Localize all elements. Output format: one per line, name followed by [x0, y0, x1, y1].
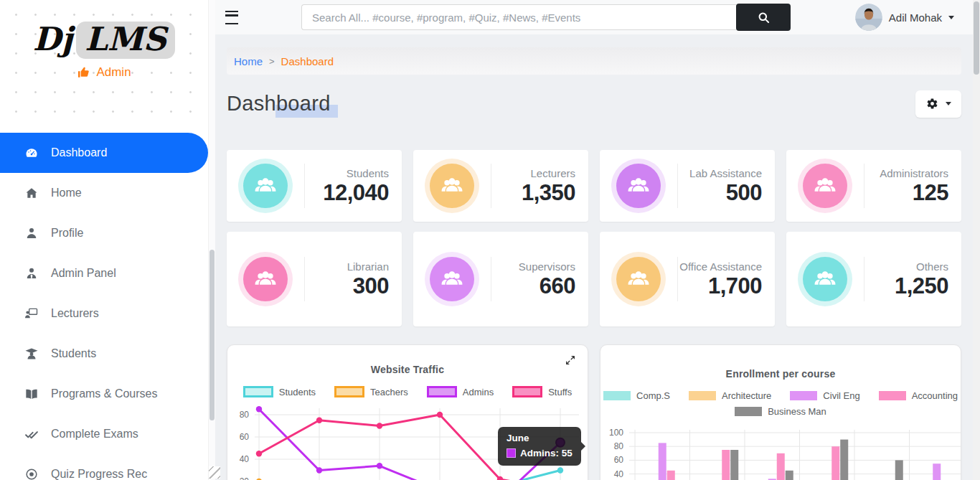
legend-item-civil-eng[interactable]: Civil Eng: [790, 390, 859, 401]
users-icon: [616, 257, 661, 301]
stat-icon-halo: [425, 159, 479, 213]
user-menu[interactable]: Adil Mohak: [855, 4, 954, 31]
stat-icon-halo: [798, 159, 852, 213]
users-icon: [243, 257, 288, 301]
legend-swatch: [689, 391, 716, 400]
users-icon: [430, 257, 474, 301]
legend-item-teachers[interactable]: Teachers: [334, 386, 408, 397]
book-open-icon: [24, 387, 39, 401]
logo-highlight: LMS: [76, 22, 175, 59]
legend-label: Students: [279, 387, 316, 397]
legend-label: Admins: [463, 387, 494, 397]
users-icon: [803, 257, 847, 301]
breadcrumb-home-link[interactable]: Home: [234, 55, 263, 67]
app-logo[interactable]: DjLMS: [33, 22, 175, 59]
sidebar-item-complete-exams[interactable]: Complete Exams: [0, 414, 208, 454]
legend-item-stuffs[interactable]: Stuffs: [512, 386, 572, 397]
stat-icon-halo: [238, 252, 293, 306]
legend-swatch: [334, 386, 364, 397]
legend-label: Teachers: [370, 387, 408, 397]
sidebar-item-label: Admin Panel: [51, 267, 116, 280]
legend-item-students[interactable]: Students: [243, 386, 316, 397]
sidebar-header: DjLMS Admin: [0, 0, 208, 128]
stat-card-supervisors: Supervisors660: [413, 232, 588, 326]
enrollment-card: Enrollment per course Comp.SArchitecture…: [600, 344, 961, 480]
users-icon: [430, 164, 474, 208]
legend-swatch: [512, 386, 542, 397]
charts-row: Website Traffic StudentsTeachersAdminsSt…: [227, 344, 961, 480]
sidebar-item-students[interactable]: Students: [0, 334, 208, 374]
breadcrumb-current: Dashboard: [281, 55, 334, 67]
stat-card-lecturers: Lecturers1,350: [413, 150, 588, 222]
chart-legend: StudentsTeachersAdminsStuffs: [227, 386, 588, 397]
page-scrollbar[interactable]: [973, 0, 980, 480]
stat-card-students: Students12,040: [227, 150, 402, 222]
chevron-down-icon: [948, 16, 954, 19]
sidebar-item-admin-panel[interactable]: Admin Panel: [0, 253, 208, 293]
search-input[interactable]: [301, 4, 736, 30]
tooltip-title: June: [507, 433, 573, 443]
expand-icon: [565, 354, 576, 366]
legend-item-architecture[interactable]: Architecture: [689, 390, 771, 401]
search-icon: [757, 11, 771, 24]
chalkboard-teacher-icon: [24, 306, 39, 321]
stat-label: Supervisors: [519, 260, 575, 274]
sidebar-item-profile[interactable]: Profile: [0, 213, 208, 253]
stat-value: 125: [913, 182, 948, 205]
svg-text:100: 100: [609, 428, 623, 438]
settings-button[interactable]: [915, 90, 961, 118]
legend-swatch: [735, 407, 762, 416]
search-form: [301, 4, 791, 31]
svg-text:40: 40: [240, 454, 250, 464]
user-graduate-icon: [24, 347, 39, 361]
chart-tooltip: June Admins: 55: [498, 427, 581, 466]
title-row: Dashboard: [227, 87, 961, 121]
page-title: Dashboard: [227, 92, 331, 116]
legend-label: Accounting: [912, 390, 958, 401]
sidebar-item-quiz-progress-rec[interactable]: Quiz Progress Rec: [0, 454, 208, 480]
legend-label: Civil Eng: [823, 390, 859, 401]
sidebar-nav: DashboardHomeProfileAdmin PanelLecturers…: [0, 128, 208, 480]
stat-value: 1,250: [895, 275, 948, 298]
breadcrumb: Home > Dashboard: [227, 47, 961, 75]
legend-item-comp-s[interactable]: Comp.S: [603, 390, 670, 401]
sidebar-item-programs-courses[interactable]: Programs & Courses: [0, 374, 208, 414]
breadcrumb-separator: >: [269, 56, 275, 67]
role-badge: Admin: [77, 65, 131, 80]
page-scrollbar-thumb[interactable]: [974, 1, 979, 75]
sidebar-item-dashboard[interactable]: Dashboard: [0, 133, 208, 173]
resize-grip[interactable]: [209, 466, 220, 479]
stat-value: 1,350: [522, 182, 575, 205]
stat-value: 660: [540, 275, 575, 298]
legend-item-business-man[interactable]: Business Man: [735, 406, 826, 417]
stat-icon-halo: [798, 252, 852, 306]
legend-label: Business Man: [768, 406, 826, 417]
stat-value: 1,700: [708, 275, 762, 298]
sidebar-item-lecturers[interactable]: Lecturers: [0, 293, 208, 334]
sidebar-scrollbar-thumb[interactable]: [209, 250, 215, 420]
legend-swatch: [243, 386, 273, 397]
stat-value: 12,040: [323, 182, 389, 205]
sidebar-scrollbar[interactable]: [208, 0, 215, 480]
logo-prefix: Dj: [33, 20, 72, 58]
stat-icon-halo: [611, 159, 666, 213]
sidebar-item-label: Quiz Progress Rec: [51, 468, 147, 480]
check-double-icon: [24, 427, 39, 441]
gear-icon: [926, 98, 938, 110]
user-name: Adil Mohak: [889, 11, 942, 24]
legend-item-admins[interactable]: Admins: [427, 386, 494, 397]
stat-value: 500: [726, 182, 762, 205]
sidebar-item-home[interactable]: Home: [0, 173, 208, 213]
legend-item-accounting[interactable]: Accounting: [879, 390, 958, 401]
menu-toggle-icon[interactable]: [225, 11, 238, 24]
svg-text:60: 60: [614, 455, 624, 465]
legend-label: Comp.S: [636, 390, 670, 401]
sidebar-item-label: Lecturers: [51, 307, 99, 320]
expand-button[interactable]: [562, 353, 578, 369]
users-icon: [803, 164, 847, 208]
search-button[interactable]: [736, 4, 791, 31]
sidebar-item-label: Home: [51, 187, 82, 199]
sidebar-item-label: Complete Exams: [51, 428, 138, 441]
thumbs-up-icon: [77, 65, 90, 79]
svg-text:40: 40: [614, 469, 624, 479]
